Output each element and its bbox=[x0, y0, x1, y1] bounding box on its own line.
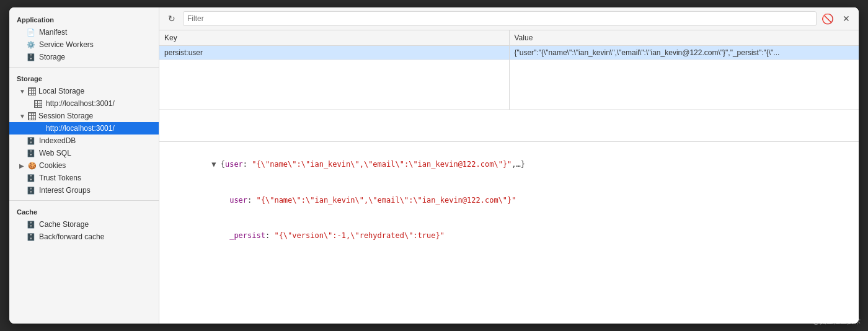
table-row-empty bbox=[159, 60, 859, 110]
interest-groups-icon: 🗄️ bbox=[27, 187, 35, 195]
local-storage-host-icon bbox=[34, 100, 42, 108]
chevron-session-storage bbox=[19, 113, 25, 120]
sidebar-item-storage[interactable]: 🗄️ Storage bbox=[9, 51, 159, 63]
toolbar: ↻ 🚫 ✕ bbox=[159, 7, 859, 30]
cache-storage-icon: 🗄️ bbox=[27, 221, 35, 229]
indexeddb-label: IndexedDB bbox=[39, 136, 76, 145]
divider-2 bbox=[9, 200, 159, 201]
manifest-label: Manifest bbox=[39, 28, 67, 37]
refresh-button[interactable]: ↻ bbox=[164, 11, 179, 26]
filter-input[interactable] bbox=[183, 11, 817, 26]
col-header-value: Value bbox=[509, 30, 859, 46]
back-forward-cache-label: Back/forward cache bbox=[39, 232, 104, 241]
interest-groups-label: Interest Groups bbox=[39, 186, 91, 195]
gear-icon: ⚙️ bbox=[27, 41, 35, 49]
storage-icon: 🗄️ bbox=[27, 53, 35, 61]
websql-icon: 🗄️ bbox=[27, 149, 35, 157]
col-header-key: Key bbox=[159, 30, 509, 46]
table-header-row: Key Value bbox=[159, 30, 859, 46]
sidebar-item-session-storage-host[interactable]: http://localhost:3001/ bbox=[9, 122, 159, 135]
doc-icon: 📄 bbox=[27, 29, 35, 37]
local-storage-group[interactable]: Local Storage bbox=[9, 85, 159, 97]
local-storage-grid-icon bbox=[28, 87, 36, 95]
session-storage-group[interactable]: Session Storage bbox=[9, 110, 159, 122]
sidebar: Application 📄 Manifest ⚙️ Service Worker… bbox=[9, 7, 159, 324]
sidebar-item-trust-tokens[interactable]: 🗄️ Trust Tokens bbox=[9, 172, 159, 184]
chevron-local-storage bbox=[19, 88, 25, 95]
sidebar-item-websql[interactable]: 🗄️ Web SQL bbox=[9, 147, 159, 159]
devtools-window: Application 📄 Manifest ⚙️ Service Worker… bbox=[9, 7, 859, 324]
sidebar-item-cache-storage[interactable]: 🗄️ Cache Storage bbox=[9, 218, 159, 231]
sidebar-item-interest-groups[interactable]: 🗄️ Interest Groups bbox=[9, 184, 159, 196]
chevron-cookies bbox=[19, 162, 25, 169]
sidebar-item-indexeddb[interactable]: 🗄️ IndexedDB bbox=[9, 135, 159, 147]
sidebar-item-local-storage-host[interactable]: http://localhost:3001/ bbox=[9, 97, 159, 110]
expand-icon[interactable]: ▼ bbox=[211, 160, 220, 169]
main-panel: ↻ 🚫 ✕ Key Value persist:user bbox=[159, 7, 859, 324]
json-persist-value: "{\"version\":-1,\"rehydrated\":true}" bbox=[274, 231, 445, 240]
session-storage-host-label: http://localhost:3001/ bbox=[46, 124, 115, 133]
storage-table: Key Value persist:user {"user":"{\"name\… bbox=[159, 30, 859, 110]
close-button[interactable]: ✕ bbox=[839, 11, 854, 26]
sidebar-item-back-forward-cache[interactable]: 🗄️ Back/forward cache bbox=[9, 231, 159, 243]
json-user-value: "{\"name\":\"ian_kevin\",\"email\":\"ian… bbox=[257, 196, 516, 205]
local-storage-label: Local Storage bbox=[38, 87, 84, 95]
storage-section-title: Storage bbox=[9, 71, 159, 85]
json-root-line[interactable]: ▼ {user: "{\"name\":\"ian_kevin\",\"emai… bbox=[167, 147, 851, 183]
upper-table-panel: Key Value persist:user {"user":"{\"name\… bbox=[159, 30, 859, 142]
window-content: Application 📄 Manifest ⚙️ Service Worker… bbox=[9, 7, 859, 324]
indexeddb-icon: 🗄️ bbox=[27, 137, 35, 145]
table-cell-value: {"user":"{\"name\":\"ian_kevin\",\"email… bbox=[509, 46, 859, 60]
divider-1 bbox=[9, 67, 159, 68]
back-forward-cache-icon: 🗄️ bbox=[27, 233, 35, 241]
trust-tokens-label: Trust Tokens bbox=[39, 174, 81, 182]
detail-panel: ▼ {user: "{\"name\":\"ian_kevin\",\"emai… bbox=[159, 142, 859, 324]
storage-label-item: Storage bbox=[39, 53, 65, 61]
json-persist-line: _persist: "{\"version\":-1,\"rehydrated\… bbox=[167, 218, 851, 254]
table-cell-key: persist:user bbox=[159, 46, 509, 60]
session-storage-label: Session Storage bbox=[38, 112, 93, 120]
sidebar-item-service-workers[interactable]: ⚙️ Service Workers bbox=[9, 38, 159, 51]
service-workers-label: Service Workers bbox=[39, 40, 94, 49]
json-user-line: user: "{\"name\":\"ian_kevin\",\"email\"… bbox=[167, 183, 851, 219]
trust-tokens-icon: 🗄️ bbox=[27, 174, 35, 182]
sidebar-item-manifest[interactable]: 📄 Manifest bbox=[9, 26, 159, 38]
session-storage-grid-icon bbox=[28, 112, 36, 120]
table-row[interactable]: persist:user {"user":"{\"name\":\"ian_ke… bbox=[159, 46, 859, 60]
cache-section-title: Cache bbox=[9, 205, 159, 218]
local-storage-host-label: http://localhost:3001/ bbox=[46, 99, 115, 108]
application-section-title: Application bbox=[9, 12, 159, 26]
cache-storage-label: Cache Storage bbox=[39, 220, 89, 229]
cookies-group[interactable]: 🍪 Cookies bbox=[9, 159, 159, 172]
session-storage-host-icon bbox=[34, 125, 42, 133]
clear-button[interactable]: 🚫 bbox=[820, 11, 835, 26]
cookies-icon: 🍪 bbox=[28, 162, 37, 170]
cookies-label: Cookies bbox=[39, 161, 66, 170]
websql-label: Web SQL bbox=[39, 149, 71, 157]
